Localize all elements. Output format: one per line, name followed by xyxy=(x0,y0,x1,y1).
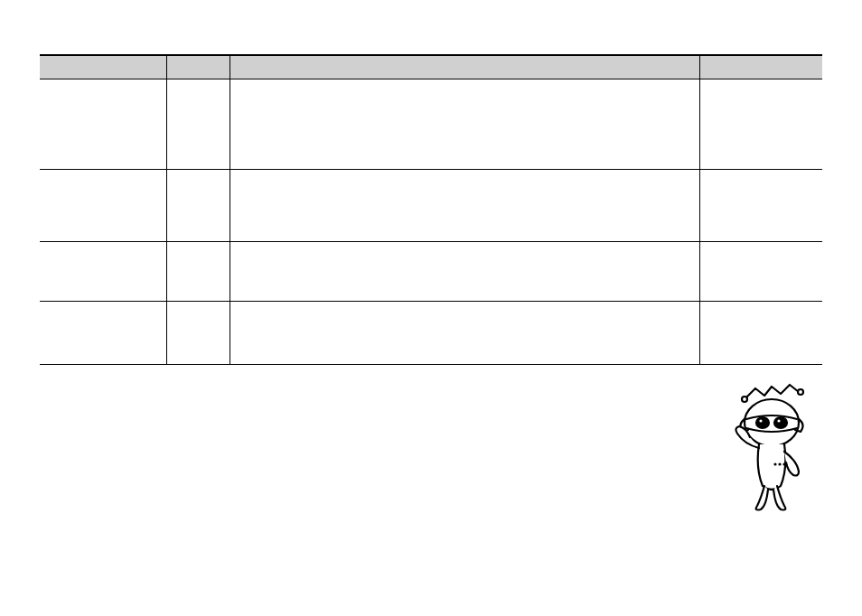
svg-point-3 xyxy=(756,417,769,428)
cell xyxy=(230,241,699,301)
svg-point-7 xyxy=(773,462,776,465)
cell xyxy=(166,169,230,241)
table-row xyxy=(40,241,822,301)
svg-point-1 xyxy=(798,389,803,395)
table-row xyxy=(40,169,822,241)
table-header-row xyxy=(40,55,822,79)
cell xyxy=(40,301,166,364)
cell xyxy=(230,79,699,169)
cell xyxy=(699,301,822,364)
header-cell-3 xyxy=(230,55,699,79)
cell xyxy=(40,169,166,241)
cell xyxy=(699,169,822,241)
header-cell-4 xyxy=(699,55,822,79)
cell xyxy=(166,241,230,301)
cell xyxy=(40,241,166,301)
cell xyxy=(40,79,166,169)
cell xyxy=(230,301,699,364)
svg-point-8 xyxy=(778,462,781,465)
svg-point-6 xyxy=(777,419,780,422)
cell xyxy=(166,301,230,364)
table-row xyxy=(40,301,822,364)
cell xyxy=(699,241,822,301)
data-table xyxy=(40,54,822,365)
cell xyxy=(230,169,699,241)
cell xyxy=(699,79,822,169)
svg-point-0 xyxy=(742,397,747,402)
svg-point-4 xyxy=(774,417,787,428)
header-cell-2 xyxy=(166,55,230,79)
cell xyxy=(166,79,230,169)
header-cell-1 xyxy=(40,55,166,79)
mascot-illustration-icon xyxy=(719,378,819,513)
table-row xyxy=(40,79,822,169)
svg-point-5 xyxy=(759,419,762,422)
svg-point-2 xyxy=(745,399,799,446)
page-content xyxy=(0,0,862,365)
